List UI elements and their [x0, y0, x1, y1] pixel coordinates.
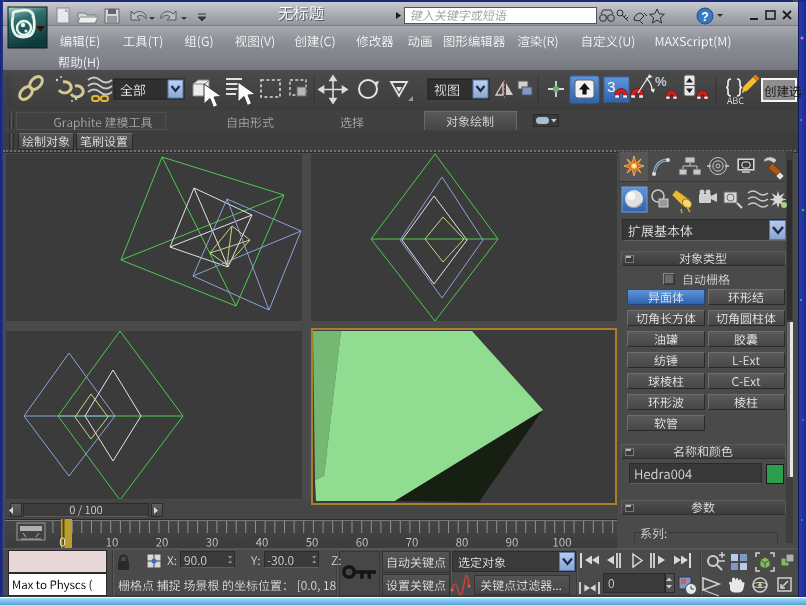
svg-text:3: 3: [607, 78, 615, 95]
svg-text:?: ?: [701, 10, 708, 24]
svg-text:%: %: [655, 74, 667, 89]
